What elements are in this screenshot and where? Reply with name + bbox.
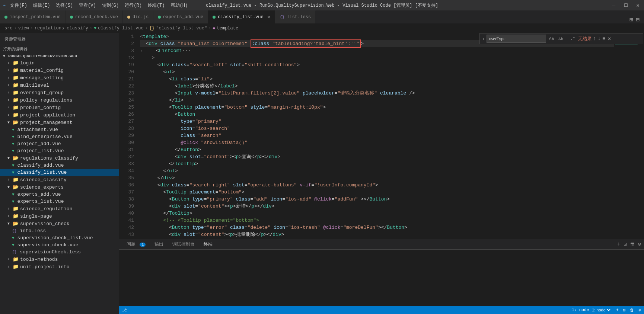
main-layout: 资源管理器 打开的编辑器 ▼ RUNGO.QUALITYSUPERVISION.… <box>0 33 644 314</box>
status-add-btn[interactable]: + <box>616 308 619 312</box>
terminal-tab-terminal[interactable]: 终端 <box>199 240 217 249</box>
sidebar-project-root[interactable]: ▼ RUNGO.QUALITYSUPERVISION.WEB <box>0 53 119 59</box>
status-trash-btn[interactable]: 🗑 <box>630 308 634 313</box>
sidebar-item-unit-project[interactable]: › 📁 unit-project-info <box>0 263 119 270</box>
terminal-content[interactable] <box>119 250 644 306</box>
tab-record-check[interactable]: record_check.vue <box>66 10 123 23</box>
find-menu-btn[interactable]: ≡ <box>602 36 605 42</box>
sidebar-item-classify-add[interactable]: ▼ classify_add.vue <box>0 162 119 169</box>
tab-classify-list[interactable]: classify_list.vue ✕ <box>208 10 275 23</box>
terminal-add-btn[interactable]: + <box>617 241 621 248</box>
sidebar-item-experts-list[interactable]: ▼ experts_list.vue <box>0 198 119 205</box>
terminal-tab-problems[interactable]: 问题 1 <box>122 240 150 249</box>
vue-file-icon: ▼ <box>12 236 15 240</box>
find-close-btn[interactable]: ✕ <box>608 35 611 42</box>
node-dropdown[interactable]: 1: node <box>590 307 612 313</box>
menu-edit[interactable]: 编辑(E) <box>33 2 50 9</box>
sidebar-item-problem[interactable]: › 📁 problem_config <box>0 104 119 111</box>
find-regex-btn[interactable]: .* <box>569 36 577 42</box>
sidebar-item-attachment[interactable]: ▼ attachment.vue <box>0 126 119 133</box>
status-bar: ⎇ 1: node 1: node + ⊡ 🗑 ⊘ <box>119 306 644 314</box>
sidebar-item-login[interactable]: › 📁 login <box>0 59 119 67</box>
find-input[interactable] <box>487 35 546 43</box>
sidebar-item-regulations-classify[interactable]: ▼ 📂 regulations_classify <box>0 154 119 162</box>
menu-file[interactable]: 文件(F) <box>10 2 27 9</box>
line-num-36: 36 <box>119 182 134 189</box>
sidebar-item-supervision-vue[interactable]: ▼ supervision_check.vue <box>0 241 119 249</box>
tab-inspect-problem[interactable]: inspect_problem.vue <box>0 10 66 23</box>
terminal-tab-output[interactable]: 输出 <box>150 240 168 249</box>
maximize-button[interactable]: □ <box>623 2 629 8</box>
sidebar-item-bind-enterprise[interactable]: ▼ bind_enterprise.vue <box>0 133 119 140</box>
window-controls[interactable]: ─ □ ✕ <box>611 2 641 9</box>
terminal-split-btn[interactable]: ⊡ <box>624 241 627 247</box>
sidebar-item-project-app[interactable]: › 📁 project_application <box>0 111 119 119</box>
tab-close-button[interactable]: ✕ <box>267 15 270 20</box>
find-expand-icon[interactable]: › <box>482 36 485 42</box>
sidebar-item-material-config[interactable]: › 📁 material_config <box>0 67 119 74</box>
sidebar-item-science-experts[interactable]: ▼ 📂 science_experts <box>0 183 119 191</box>
menu-goto[interactable]: 转到(G) <box>102 2 119 9</box>
tab-dic-js[interactable]: dic.js <box>123 10 153 23</box>
sidebar-item-project-mgmt[interactable]: ▼ 📂 project_management <box>0 119 119 126</box>
code-line-41: <!-- <Tooltip placement="bottom"> <box>140 217 614 224</box>
line-num-3: 3 <box>119 47 134 54</box>
menu-terminal[interactable]: 终端(T) <box>148 2 165 9</box>
code-line-22: <label>分类名称</label> <box>140 83 614 90</box>
sidebar-item-supervision-check[interactable]: ▼ 📂 supervision_check <box>0 220 119 227</box>
menu-bar[interactable]: 文件(F) 编辑(E) 选择(S) 查看(V) 转到(G) 运行(R) 终端(T… <box>10 2 188 9</box>
find-prev-btn[interactable]: ↑ <box>593 36 596 42</box>
folder-arrow: › <box>7 91 10 95</box>
tab-label: inspect_problem.vue <box>10 15 61 20</box>
status-split-btn[interactable]: ⊡ <box>623 308 626 313</box>
status-close-btn[interactable]: ⊘ <box>638 308 641 313</box>
menu-view[interactable]: 查看(V) <box>79 2 96 9</box>
sidebar-item-supervision-list[interactable]: ▼ supervision_check_list.vue <box>0 234 119 241</box>
sidebar-item-classify-list[interactable]: ▼ classify_list.vue <box>0 169 119 176</box>
git-branch-icon: ⎇ <box>122 308 127 313</box>
sidebar-item-multilevel[interactable]: › 📁 multilevel <box>0 81 119 89</box>
menu-run[interactable]: 运行(R) <box>125 2 142 9</box>
folder-arrow: › <box>7 207 10 211</box>
sidebar-item-oversight[interactable]: › 📁 oversight_group <box>0 89 119 96</box>
code-line-29: class="search" <box>140 132 614 139</box>
folder-icon: 📁 <box>13 82 19 88</box>
sidebar-item-supervision-less[interactable]: {} supervisionCheck.less <box>0 249 119 256</box>
menu-help[interactable]: 帮助(H) <box>171 2 188 9</box>
split-editor-icon[interactable]: ⊟ <box>636 16 640 23</box>
tab-list-less[interactable]: {} list.less <box>275 10 316 23</box>
problems-badge: 1 <box>140 243 146 247</box>
folder-icon: 📁 <box>13 67 19 73</box>
minimize-button[interactable]: ─ <box>611 2 617 8</box>
find-widget[interactable]: › Aa Ab̲ .* 无结果 ↑ ↓ ≡ ✕ <box>479 33 643 44</box>
sidebar-item-experts-add[interactable]: ▼ experts_add.vue <box>0 191 119 198</box>
sidebar-item-message-setting[interactable]: › 📁 message_setting <box>0 74 119 81</box>
sidebar-item-info-less[interactable]: {} info.less <box>0 227 119 234</box>
sidebar-item-project-add[interactable]: ▼ project_add.vue <box>0 140 119 147</box>
editor-content[interactable]: 1 2 3 18 19 20 21 22 23 24 25 26 27 28 2… <box>119 33 644 239</box>
sidebar-item-single-page[interactable]: › 📁 single-page <box>0 212 119 220</box>
close-button[interactable]: ✕ <box>635 2 641 9</box>
line-num-22: 22 <box>119 83 134 90</box>
sidebar-item-project-list[interactable]: ▼ project_list.vue <box>0 147 119 154</box>
sidebar-item-tools-methods[interactable]: › 📁 tools-methods <box>0 256 119 263</box>
layout-icon[interactable]: ⊞ <box>629 16 633 23</box>
terminal-close-btn[interactable]: ⊘ <box>638 241 641 247</box>
menu-select[interactable]: 选择(S) <box>56 2 73 9</box>
node-selector[interactable]: 1: node 1: node <box>572 307 612 313</box>
folder-icon: 📁 <box>13 90 19 96</box>
fold-arrow[interactable]: › <box>140 47 143 54</box>
find-case-btn[interactable]: Aa <box>548 36 555 42</box>
sidebar-item-science-classify[interactable]: › 📁 science_classify <box>0 176 119 183</box>
find-word-btn[interactable]: Ab̲ <box>557 36 567 42</box>
tab-experts-add[interactable]: experts_add.vue <box>153 10 208 23</box>
find-next-btn[interactable]: ↓ <box>597 36 600 42</box>
sidebar-item-policy[interactable]: › 📁 policy_regulations <box>0 96 119 104</box>
js-icon <box>127 16 130 19</box>
folder-icon: 📁 <box>13 264 19 270</box>
sidebar-item-science-regulation[interactable]: › 📁 science_regulation <box>0 205 119 212</box>
line-num-42: 42 <box>119 224 134 231</box>
terminal-trash-btn[interactable]: 🗑 <box>630 241 635 247</box>
code-text: < <box>140 33 143 40</box>
terminal-tab-debug-console[interactable]: 调试控制台 <box>168 240 199 249</box>
